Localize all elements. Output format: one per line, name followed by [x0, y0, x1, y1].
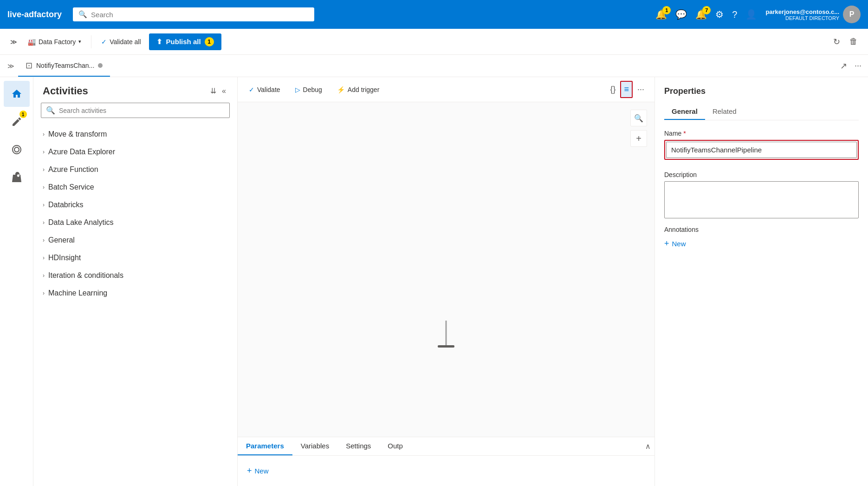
tab-output[interactable]: Outp [379, 437, 411, 455]
sidebar-manage-button[interactable] [4, 164, 30, 190]
pipeline-tab[interactable]: ⊡ NotifiyTeamsChan... [18, 55, 110, 77]
validate-button[interactable]: ✓ Validate [245, 83, 284, 96]
user-profile[interactable]: parkerjones@contoso.c... DEFAULT DIRECTO… [765, 6, 861, 23]
alerts-button[interactable]: 🔔 7 [695, 9, 707, 20]
debug-button[interactable]: ▷ Debug [291, 83, 326, 96]
code-button[interactable]: {} [607, 81, 618, 98]
canvas-body: 🔍 + [238, 102, 654, 437]
canvas-add-button[interactable]: + [630, 130, 647, 147]
category-machine-learning[interactable]: › Machine Learning [33, 284, 237, 302]
tab-bar-right: ↗ ··· [837, 58, 864, 74]
collapse-panel-button[interactable]: « [220, 85, 228, 97]
category-label: Databricks [48, 201, 84, 209]
category-azure-function[interactable]: › Azure Function [33, 161, 237, 178]
add-trigger-button[interactable]: ⚡ Add trigger [333, 83, 383, 96]
validate-all-button[interactable]: ✓ Validate all [95, 35, 147, 49]
top-navigation: live-adfactory 🔍 🔔 1 💬 🔔 7 ⚙ ? 👤 parkerj… [0, 0, 868, 29]
category-data-lake-analytics[interactable]: › Data Lake Analytics [33, 214, 237, 231]
chevron-up-icon: ∧ [645, 442, 651, 450]
expand-icon-button[interactable]: ↗ [837, 58, 850, 74]
plus-icon: + [664, 239, 669, 249]
settings-button[interactable]: ⚙ [715, 9, 724, 20]
chat-button[interactable]: 💬 [675, 9, 687, 20]
icon-sidebar: 1 [0, 77, 33, 486]
data-factory-button[interactable]: 🏭 Data Factory ▾ [22, 35, 87, 49]
search-box[interactable]: 🔍 [73, 7, 314, 21]
tab-settings[interactable]: Settings [337, 437, 379, 455]
code-icon: {} [610, 85, 615, 94]
canvas-search-button[interactable]: 🔍 [630, 110, 647, 126]
tab-bar: ≫ ⊡ NotifiyTeamsChan... ↗ ··· [0, 55, 868, 77]
sidebar-monitor-button[interactable] [4, 137, 30, 163]
add-trigger-label: Add trigger [348, 86, 379, 93]
activities-search-box[interactable]: 🔍 [41, 103, 230, 118]
question-icon: ? [732, 9, 737, 20]
properties-panel-button[interactable]: ≡ [620, 81, 633, 98]
category-general[interactable]: › General [33, 231, 237, 249]
tab-general[interactable]: General [664, 104, 705, 120]
activities-search-input[interactable] [59, 107, 225, 114]
publish-all-button[interactable]: ⬆ Publish all 1 [149, 33, 221, 50]
new-parameter-button[interactable]: + New [247, 463, 269, 479]
search-icon: 🔍 [78, 10, 87, 19]
help-button[interactable]: ? [732, 9, 737, 20]
sidebar-home-button[interactable] [4, 81, 30, 107]
annotations-label: Annotations [664, 226, 859, 233]
checkmark-icon: ✓ [249, 86, 254, 93]
description-textarea[interactable] [664, 181, 859, 218]
tab-modified-dot [98, 63, 103, 68]
chevron-right-icon: › [43, 202, 45, 208]
collapse-nav-button[interactable]: ≫ [7, 36, 20, 47]
tab-variables[interactable]: Variables [292, 437, 337, 455]
category-label: General [48, 236, 75, 244]
variables-tab-label: Variables [301, 442, 329, 450]
category-label: Machine Learning [48, 289, 107, 297]
collapse-all-icon: ⇊ [210, 87, 216, 95]
chevron-right-icon: › [43, 255, 45, 261]
manage-icon [11, 172, 22, 183]
gear-icon: ⚙ [715, 9, 724, 20]
category-move-transform[interactable]: › Move & transform [33, 125, 237, 143]
secondary-toolbar: ≫ 🏭 Data Factory ▾ ✓ Validate all ⬆ Publ… [0, 29, 868, 55]
avatar: P [843, 6, 861, 23]
search-input[interactable] [91, 11, 309, 19]
category-label: HDInsight [48, 254, 81, 262]
tab-parameters[interactable]: Parameters [238, 437, 292, 455]
feedback-button[interactable]: 👤 [745, 9, 757, 20]
toolbar-right-actions: ↻ 🗑 [830, 34, 861, 50]
lightning-icon: ⚡ [337, 86, 345, 93]
settings-tab-label: Settings [346, 442, 371, 450]
alert-badge: 7 [702, 6, 711, 14]
more-options-button[interactable]: ··· [852, 58, 864, 74]
new-annotation-button[interactable]: + New [664, 237, 859, 250]
discard-button[interactable]: 🗑 [847, 34, 861, 50]
publish-all-label: Publish all [166, 38, 201, 46]
home-icon [11, 88, 22, 99]
refresh-icon: ↻ [833, 37, 840, 46]
author-badge: 1 [19, 111, 27, 118]
category-iteration-conditionals[interactable]: › Iteration & conditionals [33, 267, 237, 284]
tab-related[interactable]: Related [705, 104, 744, 120]
notifications-button[interactable]: 🔔 1 [655, 9, 667, 20]
toolbar-separator [91, 35, 91, 48]
user-email: parkerjones@contoso.c... [765, 8, 839, 15]
name-input[interactable] [666, 142, 857, 158]
category-hdinsight[interactable]: › HDInsight [33, 249, 237, 267]
parameters-tab-label: Parameters [246, 442, 284, 450]
sidebar-author-button[interactable]: 1 [4, 109, 30, 135]
validate-icon: ✓ [101, 38, 107, 46]
category-azure-data-explorer[interactable]: › Azure Data Explorer [33, 143, 237, 161]
category-batch-service[interactable]: › Batch Service [33, 178, 237, 196]
play-icon: ▷ [295, 86, 300, 93]
collapse-sidebar-button[interactable]: ≫ [4, 60, 18, 72]
data-factory-label: Data Factory [39, 38, 76, 46]
validate-all-label: Validate all [110, 38, 141, 46]
monitor-icon [11, 144, 22, 155]
collapse-bottom-button[interactable]: ∧ [641, 438, 654, 454]
chevron-right-icon: › [43, 166, 45, 173]
category-databricks[interactable]: › Databricks [33, 196, 237, 214]
refresh-button[interactable]: ↻ [830, 34, 843, 50]
collapse-all-button[interactable]: ⇊ [208, 85, 218, 97]
description-label: Description [664, 171, 859, 178]
more-options-canvas-button[interactable]: ··· [635, 81, 647, 98]
